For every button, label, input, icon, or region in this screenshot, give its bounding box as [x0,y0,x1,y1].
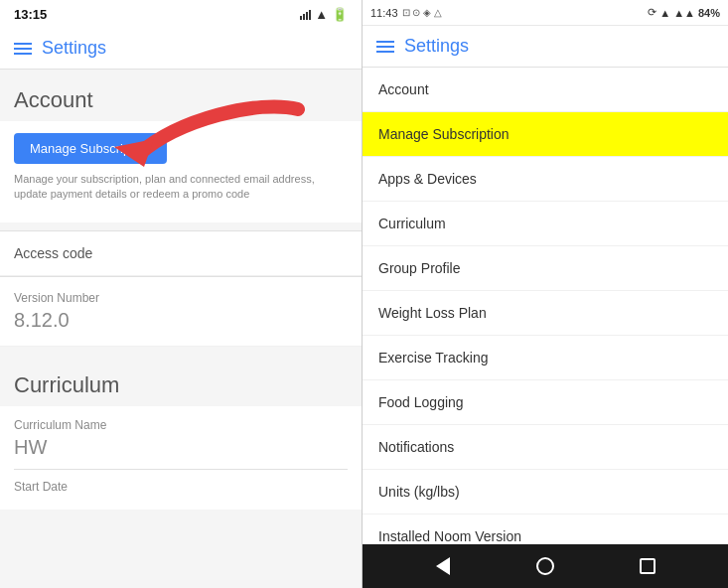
version-label: Version Number [14,291,348,305]
account-heading: Account [0,70,362,121]
settings-item-weight-loss-plan-label: Weight Loss Plan [378,305,487,321]
recent-icon [640,558,655,574]
settings-item-apps-devices-label: Apps & Devices [378,171,477,187]
settings-item-manage-subscription-label: Manage Subscription [378,126,510,142]
right-app-title: Settings [404,36,469,57]
rotate-icon: ⟳ [648,6,656,19]
right-nav-bar [363,544,728,588]
home-icon [536,557,554,575]
battery-right: 84% [698,7,720,19]
nav-recent-button[interactable] [634,552,661,580]
settings-item-noom-version[interactable]: Installed Noom Version You are currently… [363,514,728,544]
settings-item-food-logging[interactable]: Food Logging [363,380,728,425]
right-app-header: Settings [363,26,728,68]
nav-home-button[interactable] [531,552,559,580]
settings-item-exercise-tracking-label: Exercise Tracking [378,350,488,366]
version-value: 8.12.0 [14,309,348,332]
manage-subscription-button[interactable]: Manage Subscription [14,133,167,164]
hamburger-icon[interactable] [14,43,32,55]
settings-item-noom-version-label: Installed Noom Version [378,528,712,544]
curriculum-name-label: Curriculum Name [14,418,348,432]
right-status-right: ⟳ ▲ ▲▲ 84% [648,6,720,19]
settings-item-group-profile[interactable]: Group Profile [363,246,728,291]
settings-item-notifications[interactable]: Notifications [363,425,728,470]
settings-item-account[interactable]: Account [363,68,728,112]
left-app-header: Settings [0,28,362,70]
settings-item-food-logging-label: Food Logging [378,394,464,410]
settings-item-manage-subscription[interactable]: Manage Subscription [363,112,728,157]
settings-item-weight-loss-plan[interactable]: Weight Loss Plan [363,291,728,336]
right-phone: 11:43 ⊡ ⊙ ◈ △ ⟳ ▲ ▲▲ 84% Settings Accoun… [363,0,728,588]
right-hamburger-icon[interactable] [376,41,394,53]
settings-item-group-profile-label: Group Profile [378,260,460,276]
wifi-icon-right: ▲ [659,7,670,19]
curriculum-card: Curriculum Name HW Start Date [0,406,362,510]
back-icon [436,557,450,575]
access-code-item[interactable]: Access code [0,231,362,276]
left-status-bar: 13:15 ▲ 🔋 [0,0,362,28]
right-status-left: 11:43 ⊡ ⊙ ◈ △ [370,7,442,19]
account-card: Manage Subscription Manage your subscrip… [0,121,362,222]
settings-item-account-label: Account [378,81,429,97]
right-time: 11:43 [370,7,398,19]
status-icons-right: ⊡ ⊙ ◈ △ [402,7,442,18]
right-status-bar: 11:43 ⊡ ⊙ ◈ △ ⟳ ▲ ▲▲ 84% [363,0,728,26]
signal-icon [300,8,311,20]
battery-icon: 🔋 [332,7,348,22]
manage-description: Manage your subscription, plan and conne… [14,172,348,203]
version-item: Version Number 8.12.0 [0,277,362,347]
left-phone: 13:15 ▲ 🔋 Settings Account Manage Subscr… [0,0,363,588]
settings-item-curriculum[interactable]: Curriculum [363,202,728,246]
left-status-icons: ▲ 🔋 [300,7,348,22]
settings-item-exercise-tracking[interactable]: Exercise Tracking [363,336,728,380]
left-time: 13:15 [14,7,47,22]
left-content: Account Manage Subscription Manage your … [0,70,362,588]
settings-item-units[interactable]: Units (kg/lbs) [363,470,728,514]
settings-item-curriculum-label: Curriculum [378,216,446,231]
settings-item-notifications-label: Notifications [378,439,454,455]
curriculum-name-value: HW [14,436,348,459]
curriculum-name-item: Curriculum Name HW [14,418,348,469]
access-code-label: Access code [14,245,92,261]
left-app-title: Settings [42,38,106,59]
nav-back-button[interactable] [429,552,457,580]
settings-item-units-label: Units (kg/lbs) [378,484,460,500]
start-date-item: Start Date [14,470,348,494]
wifi-icon: ▲ [315,7,328,22]
signal-icon-right: ▲▲ [673,7,695,19]
settings-item-apps-devices[interactable]: Apps & Devices [363,157,728,202]
settings-list: Account Manage Subscription Apps & Devic… [363,68,728,544]
start-date-label: Start Date [14,480,348,494]
curriculum-heading: Curriculum [0,355,362,406]
